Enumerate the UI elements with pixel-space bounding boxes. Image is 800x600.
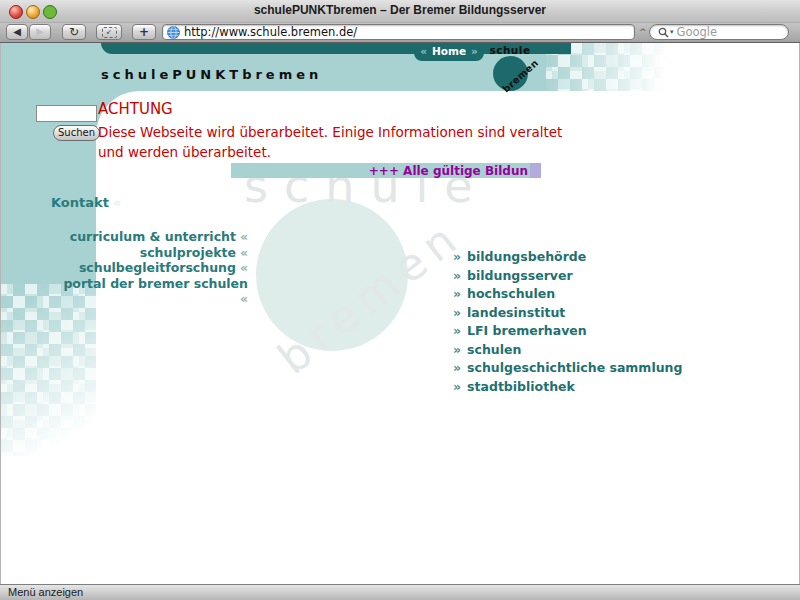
search-icon [658,27,669,38]
search-bar[interactable]: ▾ [649,24,789,40]
menu-label: hochschulen [467,286,555,301]
menu-item-schulbegleitforschung[interactable]: schulbegleitforschung« [56,260,248,276]
menu-label: schulbegleitforschung [79,260,236,275]
kontakt-link[interactable]: Kontakt« [51,195,121,210]
arrow-right-icon: » [453,268,461,283]
notice-text: Diese Webseite wird überarbeitet. Einige… [98,123,562,162]
news-ticker: +++ Alle gültige Bildun [231,163,541,178]
logo-schule-text: schule [485,44,535,56]
notice-line-1: Diese Webseite wird überarbeitet. Einige… [98,123,562,143]
notice-heading: ACHTUNG [98,100,173,118]
menu-item-bildungsbehoerde[interactable]: »bildungsbehörde [453,248,682,267]
arrow-left-icon: « [60,291,248,307]
home-arrow-left: « [420,45,427,57]
plus-icon: + [139,25,149,39]
chevron-down-icon: ▾ [670,28,674,36]
site-title: schulePUNKTbremen [101,67,322,82]
sidebar-search-input[interactable] [36,105,97,122]
forward-icon: ▶ [36,26,44,37]
forward-button[interactable]: ▶ [29,24,51,40]
menu-item-schulgeschichtliche-sammlung[interactable]: »schulgeschichtliche sammlung [453,359,682,378]
google-search-input[interactable] [677,25,780,39]
back-icon: ◀ [13,26,21,37]
arrow-left-icon: « [240,245,248,260]
menu-item-curriculum[interactable]: curriculum & unterricht« [56,229,248,245]
left-menu: curriculum & unterricht« schulprojekte« … [56,229,248,307]
menu-label: portal der bremer schulen [63,276,248,291]
menu-label: stadtbibliothek [467,379,575,394]
arrow-right-icon: » [453,323,461,338]
arrow-right-icon: » [453,379,461,394]
arrow-left-icon: « [240,260,248,275]
address-bar[interactable] [162,24,635,40]
menu-item-landesinstitut[interactable]: »landesinstitut [453,304,682,323]
url-input[interactable] [184,25,630,39]
menu-label: schulgeschichtliche sammlung [467,360,682,375]
home-link[interactable]: «Home» [414,43,484,61]
notice-line-2: und werden überarbeitet. [98,143,562,163]
menu-item-lfi-bremerhaven[interactable]: »LFI bremerhaven [453,322,682,341]
menu-label: bildungsbehörde [467,249,586,264]
menu-item-stadtbibliothek[interactable]: »stadtbibliothek [453,378,682,397]
arrow-right-icon: » [453,286,461,301]
snapback-icon: ↙ [102,27,117,38]
menu-item-hochschulen[interactable]: »hochschulen [453,285,682,304]
kontakt-arrow: « [113,195,121,210]
menu-label: bildungsserver [467,268,573,283]
menu-label: LFI bremerhaven [467,323,587,338]
ticker-text[interactable]: +++ Alle gültige Bildun [369,164,528,178]
arrow-right-icon: » [453,360,461,375]
status-bar: Menü anzeigen [0,584,800,600]
right-menu: »bildungsbehörde »bildungsserver »hochsc… [453,248,682,396]
reload-icon: ↻ [69,25,79,39]
window-titlebar[interactable]: schulePUNKTbremen – Der Bremer Bildungss… [0,0,800,23]
arrow-right-icon: » [453,305,461,320]
menu-label: schulen [467,342,521,357]
arrow-left-icon: « [240,229,248,244]
sidebar-mosaic-fade [1,284,96,456]
home-label: Home [432,45,466,57]
menu-item-portal[interactable]: portal der bremer schulen« [56,276,248,307]
menu-label: curriculum & unterricht [70,229,236,244]
home-arrow-right: » [471,45,478,57]
menu-item-schulprojekte[interactable]: schulprojekte« [56,245,248,261]
arrow-right-icon: » [453,249,461,264]
browser-toolbar: ◀ ▶ ↻ ↙ + ^ [0,23,800,43]
kontakt-label: Kontakt [51,195,109,210]
menu-item-bildungsserver[interactable]: »bildungsserver [453,267,682,286]
browser-window: schulePUNKTbremen – Der Bremer Bildungss… [0,0,800,600]
reload-button[interactable]: ↻ [62,24,86,40]
menu-label: schulprojekte [140,245,236,260]
add-bookmark-button[interactable]: + [132,24,156,40]
snapback-button[interactable]: ↙ [96,24,122,40]
arrow-right-icon: » [453,342,461,357]
status-text: Menü anzeigen [8,586,83,598]
page-viewport: schule bremen +++ Alle gültige Bildun «H… [0,43,800,584]
globe-icon [167,26,180,39]
suchen-button[interactable]: Suchen [53,125,100,141]
window-title: schulePUNKTbremen – Der Bremer Bildungss… [0,3,800,17]
toolbar-divider-caret: ^ [639,27,647,37]
ticker-cursor-block [530,163,541,178]
menu-label: landesinstitut [467,305,565,320]
menu-item-schulen[interactable]: »schulen [453,341,682,360]
back-button[interactable]: ◀ [6,24,28,40]
